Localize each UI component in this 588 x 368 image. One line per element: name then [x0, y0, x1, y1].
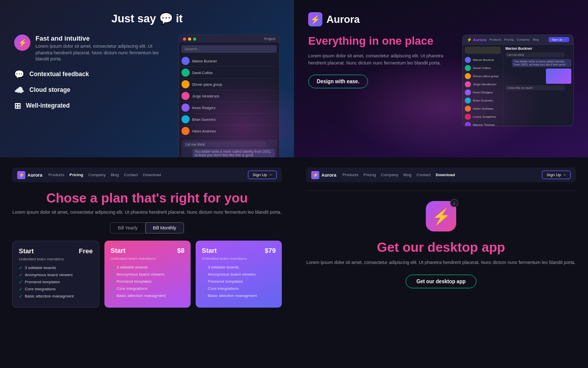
list-item: David Collins	[181, 67, 277, 79]
bill-yearly-button[interactable]: Bill Yearly	[110, 222, 145, 233]
card-features-list: ✓3 editable boards ✓Anonymous board view…	[111, 265, 185, 298]
check-icon: ✓	[111, 286, 115, 291]
card-price: $79	[265, 247, 276, 254]
pricing-brand: Aurora	[27, 173, 43, 178]
pricing-subtitle: Lorem ipsum dolor sit amet, consectetur …	[12, 209, 282, 216]
br-nav-pricing[interactable]: Pricing	[363, 173, 376, 177]
nav-blog[interactable]: Blog	[111, 173, 119, 177]
contextual-icon: 💬	[14, 70, 24, 79]
avatar	[181, 104, 190, 112]
card-feature: ✓Basic attection managment	[111, 293, 185, 298]
list-item: Kevin Rodgers	[181, 102, 277, 114]
feature-integrated: ⊞ Well-integrated	[14, 101, 170, 111]
tl-app-mockup: Project Search... Marion Buckner David C…	[178, 35, 280, 157]
card-header: Start $79	[202, 247, 276, 254]
tr-nav-company: Company	[517, 38, 530, 41]
avatar	[181, 69, 190, 77]
list-item: Marion Buckner	[181, 55, 277, 67]
card-feature: ✓Anonymous board viewers	[111, 272, 185, 277]
check-icon: ✓	[202, 272, 206, 277]
design-ease-button[interactable]: Design with ease.	[308, 75, 368, 88]
br-brand: Aurora	[321, 173, 337, 178]
check-icon: ✓	[111, 272, 115, 277]
contact-name: Jorge Henderson	[192, 94, 219, 98]
cloud-icon: ☁️	[14, 85, 24, 95]
feature-fast-desc: Lorem ipsum dolor sit amet, consectetur …	[35, 43, 170, 62]
chat-msg-reply: You better write a more called identity …	[512, 59, 571, 67]
list-item: Helen Andrews	[465, 105, 501, 113]
br-divider	[306, 190, 576, 191]
avatar	[465, 73, 471, 79]
check-icon: ✓	[202, 286, 206, 291]
nav-pricing[interactable]: Pricing	[69, 173, 83, 177]
bill-monthly-button[interactable]: Bill Monthly	[145, 222, 184, 233]
aurora-bolt-icon: ⚡	[308, 12, 322, 26]
tr-app-mockup: ⚡ Aurora Products Pricing Company Blog S…	[462, 35, 574, 126]
list-item: Helen Andrews	[181, 125, 277, 137]
app-desc: Lorem ipsum dolor sit amet, consectetur …	[306, 259, 576, 266]
card-header: Start $8	[111, 247, 185, 254]
avatar	[465, 97, 471, 104]
mockup-contact-list: Marion Buckner David Collins Dinner plan…	[179, 55, 279, 137]
mockup-search[interactable]: Search...	[181, 45, 277, 53]
card-title: Start	[202, 247, 217, 254]
card-feature: ✓Basic attection managment	[19, 294, 93, 299]
br-logo: ⚡ Aurora	[311, 171, 337, 179]
billing-toggle: Bill Yearly Bill Monthly	[12, 222, 282, 233]
card-title: Start	[19, 247, 34, 255]
tr-chat-area: Marion Buckner Let me think You better w…	[503, 45, 573, 126]
list-item: Leona Josephine	[465, 113, 501, 121]
card-price: $8	[177, 247, 185, 254]
avatar	[181, 80, 190, 88]
nav-company[interactable]: Company	[88, 173, 105, 177]
card-feature: ✓Core integrations	[111, 286, 185, 291]
avatar	[465, 81, 471, 87]
tr-mockup-content: Marion Buckner David Collins Dinner plan…	[463, 45, 573, 126]
avatar	[465, 122, 471, 126]
nav-products[interactable]: Products	[49, 173, 65, 177]
pricing-signup-button[interactable]: Sign Up →	[248, 171, 277, 179]
list-item: Dinner plans group	[181, 79, 277, 90]
nav-contact[interactable]: Contact	[124, 173, 138, 177]
br-nav-download[interactable]: Download	[435, 173, 455, 177]
check-icon: ✓	[111, 293, 115, 298]
br-nav-items: Products Pricing Company Blog Contact Do…	[343, 173, 455, 177]
chat-header-name: Marion Buckner	[505, 47, 571, 50]
list-item: Jorge Henderson	[465, 80, 501, 88]
card-feature: ✓Basic attection managment	[202, 293, 276, 298]
avatar	[465, 106, 471, 112]
panel-just-say-it: Just say 💬 it ⚡ Fast and intuitive Lorem…	[0, 0, 294, 157]
card-feature: ✓Core integrations	[202, 286, 276, 291]
br-nav-contact[interactable]: Contact	[417, 173, 431, 177]
br-nav-company[interactable]: Company	[381, 173, 398, 177]
pricing-card-8: Start $8 Unlimited team members ✓3 edita…	[104, 241, 191, 308]
mockup-titlebar: Project	[179, 35, 279, 43]
avatar	[465, 57, 471, 63]
panel-desktop-app: ⚡ Aurora Products Pricing Company Blog C…	[294, 157, 588, 368]
list-item: Dinner plans group	[465, 72, 501, 80]
get-desktop-app-button[interactable]: Get our desktop app	[406, 275, 476, 288]
minimize-dot	[188, 38, 191, 41]
avatar	[465, 114, 471, 120]
nav-download[interactable]: Download	[143, 173, 161, 177]
avatar	[181, 127, 190, 135]
br-signup-button[interactable]: Sign Up →	[542, 171, 571, 179]
fast-icon: ⚡	[14, 35, 30, 51]
card-feature: ✓Core integrations	[19, 287, 93, 292]
chat-image	[546, 69, 571, 84]
br-nav-blog[interactable]: Blog	[403, 173, 412, 177]
app-icon-wrapper: ⚡ ↓	[306, 201, 576, 231]
pricing-card-79: Start $79 Unlimited team members ✓3 edit…	[196, 241, 282, 308]
tr-nav-signup[interactable]: Sign Up →	[548, 37, 569, 42]
pricing-logo: ⚡ Aurora	[17, 171, 43, 179]
integrated-label: Well-integrated	[26, 102, 69, 109]
br-nav-products[interactable]: Products	[343, 173, 359, 177]
project-label: Project	[264, 37, 275, 41]
contact-name: David Collins	[192, 71, 213, 75]
features-list: ⚡ Fast and intuitive Lorem ipsum dolor s…	[14, 35, 170, 157]
chat-msg: I love this so much	[505, 85, 565, 90]
list-item: Mayme Thomas	[465, 121, 501, 126]
check-icon: ✓	[19, 280, 23, 285]
tr-text-block: Everything in one place Lorem ipsum dolo…	[308, 35, 454, 126]
list-item: Marion Buckner	[465, 56, 501, 64]
